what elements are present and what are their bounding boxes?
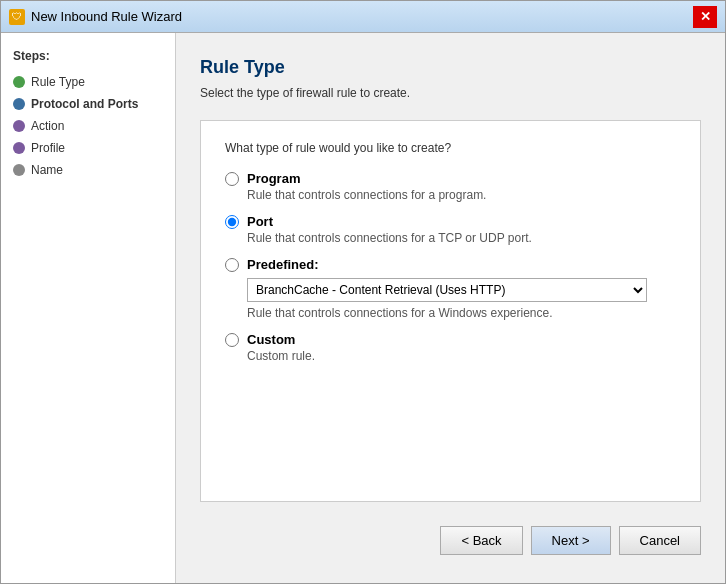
custom-label[interactable]: Custom: [247, 332, 295, 347]
port-desc: Rule that controls connections for a TCP…: [247, 231, 676, 245]
custom-desc: Custom rule.: [247, 349, 676, 363]
step-dot-protocol: [13, 98, 25, 110]
predefined-dropdown[interactable]: BranchCache - Content Retrieval (Uses HT…: [247, 278, 647, 302]
window-title: New Inbound Rule Wizard: [31, 9, 182, 24]
predefined-radio[interactable]: [225, 258, 239, 272]
predefined-radio-row: Predefined:: [225, 257, 676, 272]
program-label[interactable]: Program: [247, 171, 300, 186]
sidebar: Steps: Rule Type Protocol and Ports Acti…: [1, 33, 176, 583]
predefined-option: Predefined: BranchCache - Content Retrie…: [225, 257, 676, 320]
program-radio[interactable]: [225, 172, 239, 186]
page-title: Rule Type: [200, 57, 701, 78]
step-dot-action: [13, 120, 25, 132]
back-button[interactable]: < Back: [440, 526, 522, 555]
custom-radio[interactable]: [225, 333, 239, 347]
custom-option: Custom Custom rule.: [225, 332, 676, 363]
sidebar-label-profile: Profile: [31, 141, 65, 155]
sidebar-label-action: Action: [31, 119, 64, 133]
sidebar-item-rule-type[interactable]: Rule Type: [1, 71, 175, 93]
step-dot-rule-type: [13, 76, 25, 88]
content-area: Steps: Rule Type Protocol and Ports Acti…: [1, 33, 725, 583]
port-option: Port Rule that controls connections for …: [225, 214, 676, 245]
step-dot-profile: [13, 142, 25, 154]
port-label[interactable]: Port: [247, 214, 273, 229]
footer-buttons: < Back Next > Cancel: [200, 518, 701, 559]
sidebar-label-protocol: Protocol and Ports: [31, 97, 138, 111]
program-desc: Rule that controls connections for a pro…: [247, 188, 676, 202]
custom-radio-row: Custom: [225, 332, 676, 347]
sidebar-steps-label: Steps:: [1, 45, 175, 71]
main-window: 🛡 New Inbound Rule Wizard ✕ Steps: Rule …: [0, 0, 726, 584]
title-bar-left: 🛡 New Inbound Rule Wizard: [9, 9, 182, 25]
sidebar-item-protocol-ports[interactable]: Protocol and Ports: [1, 93, 175, 115]
step-dot-name: [13, 164, 25, 176]
predefined-label[interactable]: Predefined:: [247, 257, 319, 272]
window-icon: 🛡: [9, 9, 25, 25]
close-button[interactable]: ✕: [693, 6, 717, 28]
sidebar-item-profile[interactable]: Profile: [1, 137, 175, 159]
cancel-button[interactable]: Cancel: [619, 526, 701, 555]
predefined-desc: Rule that controls connections for a Win…: [247, 306, 676, 320]
page-subtitle: Select the type of firewall rule to crea…: [200, 86, 701, 100]
sidebar-item-action[interactable]: Action: [1, 115, 175, 137]
sidebar-label-name: Name: [31, 163, 63, 177]
port-radio-row: Port: [225, 214, 676, 229]
question-text: What type of rule would you like to crea…: [225, 141, 676, 155]
title-bar: 🛡 New Inbound Rule Wizard ✕: [1, 1, 725, 33]
form-area: What type of rule would you like to crea…: [200, 120, 701, 502]
main-content: Rule Type Select the type of firewall ru…: [176, 33, 725, 583]
port-radio[interactable]: [225, 215, 239, 229]
program-option: Program Rule that controls connections f…: [225, 171, 676, 202]
program-radio-row: Program: [225, 171, 676, 186]
sidebar-item-name[interactable]: Name: [1, 159, 175, 181]
sidebar-label-rule-type: Rule Type: [31, 75, 85, 89]
next-button[interactable]: Next >: [531, 526, 611, 555]
